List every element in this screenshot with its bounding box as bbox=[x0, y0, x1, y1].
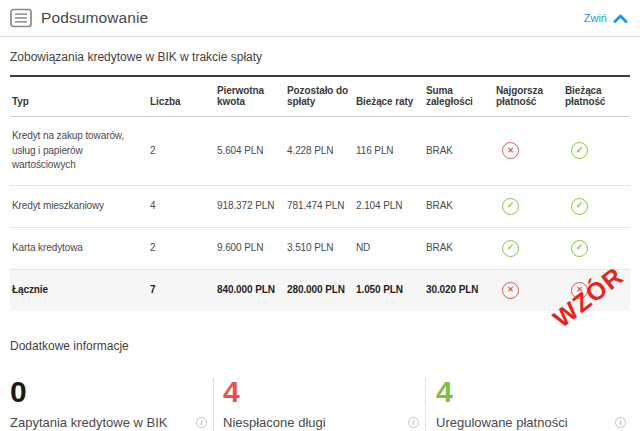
cell-type: Kredyt mieszkaniowy bbox=[10, 185, 150, 227]
cell-original-amount: 840.000 PLN bbox=[217, 269, 287, 311]
cell-installments: 1.050 PLN bbox=[356, 269, 426, 311]
info-icon[interactable] bbox=[615, 417, 626, 428]
cell-count: 4 bbox=[150, 185, 217, 227]
unpaid-debts-count: 4 bbox=[223, 377, 419, 407]
cell-remaining: 3.510 PLN bbox=[287, 227, 356, 269]
current-payment-status-icon bbox=[571, 142, 588, 159]
settled-payments-count: 4 bbox=[436, 377, 626, 407]
credit-obligations-table: Typ Liczba Pierwotna kwota Pozostało do … bbox=[10, 75, 630, 311]
table-row: Kredyt mieszkaniowy 4 918.372 PLN 781.47… bbox=[10, 185, 630, 227]
column-header-arrears: Suma zaległości bbox=[426, 76, 496, 117]
collapse-link[interactable]: Zwiń bbox=[584, 12, 628, 24]
info-icon[interactable] bbox=[196, 417, 207, 428]
card-settled-payments: 4 Uregulowane płatności Informacje z BIG… bbox=[426, 377, 626, 431]
summary-panel: Podsumowanie Zwiń Zobowiązania kredytowe… bbox=[0, 0, 640, 431]
cell-type: Karta kredytowa bbox=[10, 227, 150, 269]
column-header-installments: Bieżące raty bbox=[356, 76, 426, 117]
cell-arrears: BRAK bbox=[426, 117, 496, 186]
collapse-label: Zwiń bbox=[584, 12, 607, 24]
cell-arrears: BRAK bbox=[426, 185, 496, 227]
cell-remaining: 4.228 PLN bbox=[287, 117, 356, 186]
cell-original-amount: 9.600 PLN bbox=[217, 227, 287, 269]
chevron-up-icon bbox=[613, 14, 628, 23]
table-total-row: Łącznie 7 840.000 PLN 280.000 PLN 1.050 … bbox=[10, 269, 630, 311]
table-row: Karta kredytowa 2 9.600 PLN 3.510 PLN ND… bbox=[10, 227, 630, 269]
card-title: Zapytania kredytowe w BIK bbox=[10, 415, 168, 430]
column-header-remaining: Pozostało do spłaty bbox=[287, 76, 356, 117]
cell-installments: 2.104 PLN bbox=[356, 185, 426, 227]
current-payment-status-icon bbox=[571, 198, 588, 215]
cell-arrears: 30.020 PLN bbox=[426, 269, 496, 311]
cell-installments: ND bbox=[356, 227, 426, 269]
additional-info-cards: 0 Zapytania kredytowe w BIK 4 Niespłacon… bbox=[10, 377, 630, 431]
additional-info-title: Dodatkowe informacje bbox=[10, 339, 630, 353]
cell-count: 2 bbox=[150, 117, 217, 186]
cell-installments: 116 PLN bbox=[356, 117, 426, 186]
cell-original-amount: 5.604 PLN bbox=[217, 117, 287, 186]
credit-obligations-title: Zobowiązania kredytowe w BIK w trakcie s… bbox=[10, 50, 630, 64]
column-header-type: Typ bbox=[10, 76, 150, 117]
cell-remaining: 280.000 PLN bbox=[287, 269, 356, 311]
column-header-worst-payment: Najgorsza płatność bbox=[496, 76, 565, 117]
cell-original-amount: 918.372 PLN bbox=[217, 185, 287, 227]
card-credit-inquiries: 0 Zapytania kredytowe w BIK bbox=[10, 377, 213, 431]
worst-payment-status-icon bbox=[502, 282, 519, 299]
column-header-original-amount: Pierwotna kwota bbox=[217, 76, 287, 117]
cell-count: 2 bbox=[150, 227, 217, 269]
cell-remaining: 781.474 PLN bbox=[287, 185, 356, 227]
card-title: Niespłacone długi bbox=[223, 415, 326, 430]
worst-payment-status-icon bbox=[502, 240, 519, 257]
card-unpaid-debts: 4 Niespłacone długi Informacje z BIG Inf… bbox=[214, 377, 425, 431]
current-payment-status-icon bbox=[571, 240, 588, 257]
column-header-current-payment: Bieżąca płatność bbox=[565, 76, 630, 117]
panel-header: Podsumowanie Zwiń bbox=[0, 0, 640, 37]
cell-type: Kredyt na zakup towarów, usług i papieró… bbox=[10, 117, 150, 186]
page-title: Podsumowanie bbox=[41, 9, 148, 27]
table-row: Kredyt na zakup towarów, usług i papieró… bbox=[10, 117, 630, 186]
table-header-row: Typ Liczba Pierwotna kwota Pozostało do … bbox=[10, 76, 630, 117]
cell-arrears: BRAK bbox=[426, 227, 496, 269]
info-icon[interactable] bbox=[408, 417, 419, 428]
worst-payment-status-icon bbox=[502, 198, 519, 215]
worst-payment-status-icon bbox=[502, 142, 519, 159]
card-title: Uregulowane płatności bbox=[436, 415, 568, 430]
cell-type: Łącznie bbox=[10, 269, 150, 311]
column-header-count: Liczba bbox=[150, 76, 217, 117]
credit-inquiries-count: 0 bbox=[10, 377, 207, 407]
current-payment-status-icon bbox=[571, 282, 588, 299]
cell-count: 7 bbox=[150, 269, 217, 311]
summary-document-icon bbox=[10, 8, 32, 28]
